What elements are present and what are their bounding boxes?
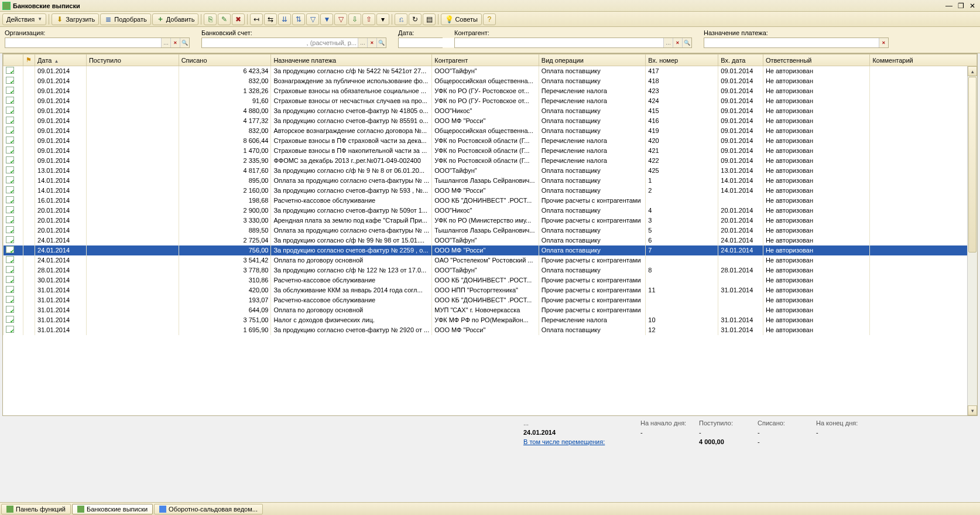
table-row[interactable]: 24.01.2014756,00За продукцию согласно сч… bbox=[4, 245, 977, 255]
bank-field[interactable]: , (расчетный, р... … × 🔍 bbox=[201, 37, 386, 48]
unpost-button[interactable]: ⇧ bbox=[362, 13, 375, 25]
table-row[interactable]: 09.01.20146 423,34За продукцию согласно … bbox=[4, 66, 977, 76]
col-rowicon[interactable] bbox=[4, 54, 23, 66]
table-row[interactable]: 20.01.20143 330,00Арендная плата за земл… bbox=[4, 216, 977, 226]
bank-input[interactable] bbox=[202, 38, 307, 47]
copy-button[interactable]: ⎘ bbox=[204, 13, 217, 25]
table-row[interactable]: 09.01.201491,60Страховые взносы от несча… bbox=[4, 96, 977, 106]
org-field[interactable]: … × 🔍 bbox=[5, 37, 190, 48]
scroll-down[interactable]: ▾ bbox=[968, 405, 977, 415]
col-out[interactable]: Списано bbox=[179, 54, 271, 66]
edit-button[interactable]: ✎ bbox=[218, 13, 231, 25]
help-button[interactable]: ? bbox=[483, 13, 496, 25]
contr-select[interactable]: … bbox=[663, 38, 673, 47]
table-row[interactable]: 09.01.20141 328,26Страховые взносы на об… bbox=[4, 86, 977, 96]
col-resp[interactable]: Ответственный bbox=[763, 54, 870, 66]
table-row[interactable]: 09.01.2014832,00Вознаграждение за публич… bbox=[4, 76, 977, 86]
table-row[interactable]: 09.01.20148 606,44Страховые взносы в ПФ … bbox=[4, 136, 977, 146]
delete-button[interactable]: ✖ bbox=[232, 13, 245, 25]
task-bank[interactable]: Банковские выписки bbox=[72, 504, 153, 514]
pick-button[interactable]: ≣Подобрать bbox=[100, 13, 150, 25]
sort-button[interactable]: ⇅ bbox=[292, 13, 305, 25]
table-row[interactable]: 09.01.20142 335,90ФФОМС за декабрь 2013 … bbox=[4, 156, 977, 166]
minimize-button[interactable]: — bbox=[944, 2, 954, 10]
contr-field[interactable]: … × 🔍 bbox=[454, 37, 692, 48]
actions-button[interactable]: Действия▼ bbox=[2, 13, 46, 25]
bank-open[interactable]: 🔍 bbox=[376, 38, 386, 47]
table-row[interactable]: 24.01.20143 541,42Оплата по договору осн… bbox=[4, 255, 977, 265]
table-row[interactable]: 13.01.20144 817,60За продукцию согласно … bbox=[4, 166, 977, 176]
summary-transfers-link[interactable]: В том числе перемещения: bbox=[523, 438, 640, 445]
table-row[interactable]: 09.01.20144 880,00За продукцию согласно … bbox=[4, 106, 977, 116]
vertical-scrollbar[interactable]: ▴ ▾ bbox=[967, 66, 977, 415]
dropdown-button[interactable]: ▾ bbox=[376, 13, 389, 25]
org-input[interactable] bbox=[5, 38, 161, 47]
task-osv[interactable]: Оборотно-сальдовая ведом... bbox=[154, 504, 263, 514]
filter2-button[interactable]: ▼ bbox=[320, 13, 333, 25]
contr-input[interactable] bbox=[455, 38, 663, 47]
cell-resp: Не авторизован bbox=[763, 236, 870, 245]
table-row[interactable]: 31.01.20143 751,00Налог с доходов физиче… bbox=[4, 315, 977, 325]
refresh-button[interactable]: ⇆ bbox=[264, 13, 277, 25]
col-contr[interactable]: Контрагент bbox=[432, 54, 539, 66]
load-button[interactable]: ⬇Загрузить bbox=[52, 13, 99, 25]
posted-icon bbox=[6, 117, 14, 124]
cell-resp: Не авторизован bbox=[763, 186, 870, 196]
table-row[interactable]: 09.01.20141 470,00Страховые взносы в ПФ … bbox=[4, 146, 977, 156]
task-panel[interactable]: Панель функций bbox=[1, 504, 71, 514]
cell-op: Оплата поставщику bbox=[539, 166, 646, 176]
table-row[interactable]: 31.01.20141 695,90За продукцию согласно … bbox=[4, 325, 977, 335]
col-marker[interactable]: ⚑ bbox=[23, 54, 35, 66]
add-button[interactable]: ＋Добавить bbox=[152, 13, 199, 25]
restore-button[interactable]: ❐ bbox=[955, 2, 966, 10]
purpose-clear[interactable]: × bbox=[879, 38, 888, 47]
movedown-button[interactable]: ⇊ bbox=[278, 13, 291, 25]
bank-select[interactable]: … bbox=[358, 38, 367, 47]
contr-clear[interactable]: × bbox=[673, 38, 682, 47]
table-row[interactable]: 24.01.20142 725,04За продукцию согласно … bbox=[4, 236, 977, 245]
purpose-field[interactable]: × bbox=[704, 37, 889, 48]
table-row[interactable]: 16.01.2014198,68Расчетно-кассовое обслуж… bbox=[4, 196, 977, 206]
org-clear[interactable]: × bbox=[170, 38, 180, 47]
cell-out: 895,00 bbox=[179, 176, 271, 186]
first-button[interactable]: ↤ bbox=[250, 13, 263, 25]
col-idate[interactable]: Вх. дата bbox=[718, 54, 763, 66]
org-open[interactable]: 🔍 bbox=[180, 38, 189, 47]
date-field[interactable]: ▦ bbox=[398, 37, 443, 48]
posted-icon bbox=[6, 196, 14, 203]
filter-button[interactable]: ▽ bbox=[306, 13, 319, 25]
col-date[interactable]: Дата▲ bbox=[35, 54, 87, 66]
table-row[interactable]: 20.01.20142 900,00За продукцию согласно … bbox=[4, 206, 977, 216]
table-row[interactable]: 09.01.20144 177,32За продукцию согласно … bbox=[4, 116, 977, 126]
purpose-input[interactable] bbox=[704, 38, 879, 47]
table-row[interactable]: 14.01.20142 160,00За продукцию согласно … bbox=[4, 186, 977, 196]
table-row[interactable]: 31.01.2014644,09Оплата по договору основ… bbox=[4, 305, 977, 315]
post-button[interactable]: ⇩ bbox=[348, 13, 361, 25]
refresh2-button[interactable]: ↻ bbox=[409, 13, 422, 25]
table-row[interactable]: 14.01.2014895,00Оплата за продукцию согл… bbox=[4, 176, 977, 186]
scroll-thumb[interactable] bbox=[968, 77, 976, 253]
clearfilter-button[interactable]: ▽ bbox=[334, 13, 347, 25]
col-comment[interactable]: Комментарий bbox=[870, 54, 977, 66]
table-row[interactable]: 09.01.2014832,00Авторское вознаграждение… bbox=[4, 126, 977, 136]
basedon-button[interactable]: ⎌ bbox=[395, 13, 407, 25]
col-op[interactable]: Вид операции bbox=[539, 54, 646, 66]
table-row[interactable]: 20.01.2014889,50Оплата за продукцию согл… bbox=[4, 226, 977, 236]
scroll-up[interactable]: ▴ bbox=[968, 66, 977, 76]
bank-clear[interactable]: × bbox=[367, 38, 376, 47]
table-row[interactable]: 28.01.20143 778,80За продукцию согласно … bbox=[4, 265, 977, 275]
print-button[interactable]: ▤ bbox=[423, 13, 436, 25]
col-inum[interactable]: Вх. номер bbox=[646, 54, 718, 66]
table-row[interactable]: 31.01.2014420,00За обслуживание ККМ за я… bbox=[4, 285, 977, 295]
tips-button[interactable]: 💡Советы bbox=[441, 13, 481, 25]
close-button[interactable]: ✕ bbox=[967, 2, 978, 10]
col-in[interactable]: Поступило bbox=[86, 54, 179, 66]
table-row[interactable]: 30.01.2014310,86Расчетно-кассовое обслуж… bbox=[4, 275, 977, 285]
contr-open[interactable]: 🔍 bbox=[682, 38, 691, 47]
cell-marker bbox=[23, 216, 35, 226]
org-select[interactable]: … bbox=[161, 38, 170, 47]
cell-idate: 09.01.2014 bbox=[718, 156, 763, 166]
cell-in bbox=[86, 315, 179, 325]
table-row[interactable]: 31.01.2014193,07Расчетно-кассовое обслуж… bbox=[4, 295, 977, 305]
col-purpose[interactable]: Назначение платежа bbox=[271, 54, 432, 66]
